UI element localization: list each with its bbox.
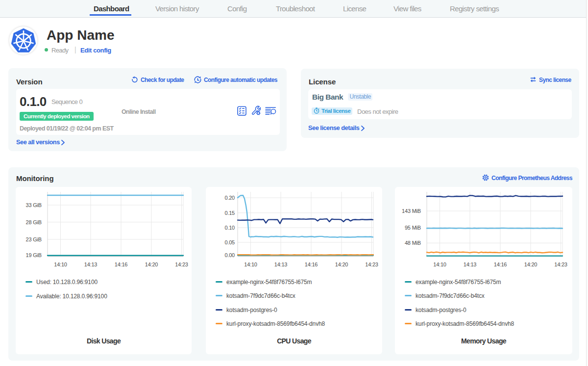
svg-text:48 MiB: 48 MiB bbox=[405, 240, 421, 246]
svg-text:14:10: 14:10 bbox=[244, 261, 257, 267]
svg-text:14:13: 14:13 bbox=[464, 261, 477, 267]
svg-text:14:20: 14:20 bbox=[335, 261, 348, 267]
svg-text:0.20: 0.20 bbox=[224, 195, 235, 201]
svg-text:23 GiB: 23 GiB bbox=[26, 236, 42, 242]
svg-text:14:20: 14:20 bbox=[524, 261, 538, 267]
svg-text:14:13: 14:13 bbox=[84, 261, 98, 267]
svg-text:0.10: 0.10 bbox=[224, 225, 235, 231]
svg-text:0.00: 0.00 bbox=[224, 252, 235, 258]
svg-text:14:10: 14:10 bbox=[433, 261, 446, 267]
svg-text:14:20: 14:20 bbox=[145, 261, 158, 267]
svg-text:14:23: 14:23 bbox=[175, 261, 188, 267]
svg-text:28 GiB: 28 GiB bbox=[26, 219, 42, 225]
svg-text:14:10: 14:10 bbox=[54, 261, 67, 267]
svg-text:0.05: 0.05 bbox=[224, 239, 235, 245]
svg-text:95 MiB: 95 MiB bbox=[405, 225, 421, 231]
svg-text:14:16: 14:16 bbox=[494, 261, 507, 267]
svg-text:0.15: 0.15 bbox=[224, 210, 235, 216]
svg-text:143 MiB: 143 MiB bbox=[402, 208, 421, 214]
svg-text:14:16: 14:16 bbox=[115, 261, 128, 267]
svg-text:14:13: 14:13 bbox=[274, 261, 288, 267]
svg-text:14:23: 14:23 bbox=[365, 261, 378, 267]
svg-text:19 GiB: 19 GiB bbox=[26, 252, 42, 258]
svg-text:14:16: 14:16 bbox=[305, 261, 318, 267]
svg-text:14:23: 14:23 bbox=[554, 261, 567, 267]
svg-text:33 GiB: 33 GiB bbox=[26, 202, 42, 208]
